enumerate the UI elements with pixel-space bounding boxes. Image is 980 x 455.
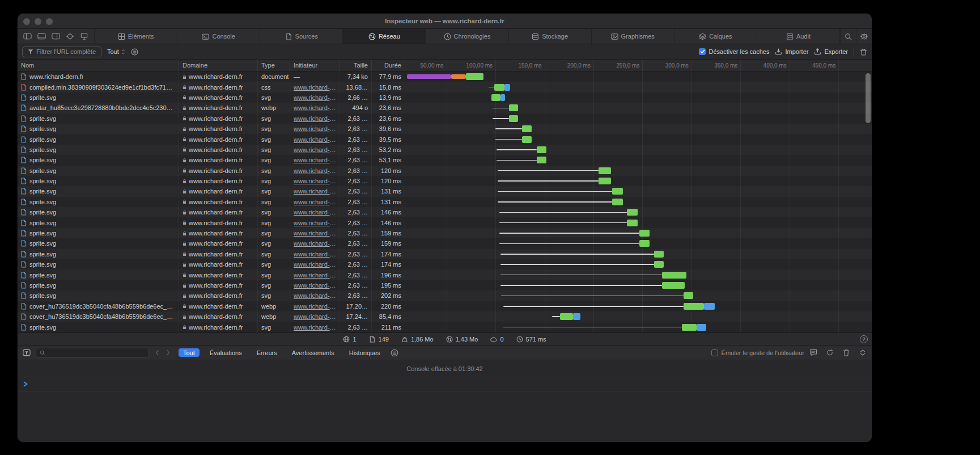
initiator-link[interactable]: www.richard-d… [294,272,336,279]
help-button[interactable]: ? [860,335,868,343]
table-row[interactable]: sprite.svgwww.richard-dern.frsvgwww.rich… [18,113,872,124]
initiator-link[interactable]: www.richard-d… [294,313,336,320]
initiator-link[interactable]: www.richard-d… [294,146,336,153]
table-row[interactable]: sprite.svgwww.richard-dern.frsvgwww.rich… [18,228,872,238]
export-button[interactable]: Exporter [814,48,848,55]
table-row[interactable]: sprite.svgwww.richard-dern.frsvgwww.rich… [18,217,872,228]
table-row[interactable]: sprite.svgwww.richard-dern.frsvgwww.rich… [18,134,872,144]
initiator-link[interactable]: www.richard-d… [294,230,336,237]
table-row[interactable]: sprite.svgwww.richard-dern.frsvgwww.rich… [18,238,872,248]
console-scope-tout[interactable]: Tout [179,348,200,357]
element-picker-button[interactable] [66,32,74,40]
search-button[interactable] [840,29,856,44]
console-message-filter-button[interactable] [391,349,398,357]
column-header-domaine[interactable]: Domaine [179,60,258,71]
table-row[interactable]: sprite.svgwww.richard-dern.frsvgwww.rich… [18,155,872,165]
column-header-taille[interactable]: Taille [340,60,372,71]
column-header-duree[interactable]: Durée [372,60,405,71]
tab-elements[interactable]: Éléments [95,29,177,44]
console-scope-évaluations[interactable]: Évaluations [205,348,247,357]
settings-button[interactable] [856,29,872,44]
initiator-link[interactable]: www.richard-d… [294,251,336,258]
previous-result-button[interactable] [155,349,159,356]
minimize-button[interactable] [35,18,41,25]
table-row[interactable]: sprite.svgwww.richard-dern.frsvgwww.rich… [18,269,872,280]
console-prompt[interactable] [18,377,872,391]
console-search-input[interactable] [48,349,145,356]
disable-caches-checkbox[interactable]: Désactiver les caches [699,48,769,55]
initiator-link[interactable]: www.richard-d… [294,220,336,226]
table-row[interactable]: sprite.svgwww.richard-dern.frsvgwww.rich… [18,322,872,332]
tab-console[interactable]: Console [177,29,260,44]
table-row[interactable]: sprite.svgwww.richard-dern.frsvgwww.rich… [18,145,872,155]
table-row[interactable]: cover_hu736519dc3b5040cfa48b6b559b6de6ec… [18,301,872,311]
table-row[interactable]: sprite.svgwww.richard-dern.frsvgwww.rich… [18,290,872,301]
column-header-initiateur[interactable]: Initiateur [290,60,340,71]
tab-sources[interactable]: Sources [260,29,343,44]
tab-audit[interactable]: Audit [757,29,840,44]
column-header-type[interactable]: Type [258,60,290,71]
reload-button[interactable] [826,349,834,356]
network-filter-button[interactable] [131,48,138,56]
table-row[interactable]: sprite.svgwww.richard-dern.frsvgwww.rich… [18,176,872,186]
console-messages-button[interactable] [809,349,817,356]
table-row[interactable]: sprite.svgwww.richard-dern.frsvgwww.rich… [18,166,872,176]
initiator-link[interactable]: www.richard-d… [294,240,336,247]
tab-timelines[interactable]: Chronologies [426,29,508,44]
initiator-link[interactable]: www.richard-d… [294,209,336,216]
next-result-button[interactable] [166,349,170,356]
device-settings-button[interactable] [80,32,88,40]
tab-storage[interactable]: Stockage [509,29,592,44]
resize-console-button[interactable] [859,349,867,356]
table-row[interactable]: cover_hu736519dc3b5040cfa48b6b559b6de6ec… [18,311,872,322]
table-row[interactable]: sprite.svgwww.richard-dern.frsvgwww.rich… [18,124,872,134]
table-row[interactable]: avatar_hu85ecc3e298728880b0bde2dcc4e5c23… [18,103,872,113]
console-scope-historiques[interactable]: Historiques [345,348,385,357]
initiator-link[interactable]: www.richard-d… [294,199,336,205]
table-row[interactable]: www.richard-dern.frwww.richard-dern.frdo… [18,71,872,82]
table-row[interactable]: sprite.svgwww.richard-dern.frsvgwww.rich… [18,259,872,269]
initiator-link[interactable]: www.richard-d… [294,178,336,184]
console-search-field[interactable] [36,348,149,358]
console-scope-avertissements[interactable]: Avertissements [287,348,339,357]
dock-bottom-button[interactable] [37,32,46,40]
emulate-user-gesture-checkbox[interactable]: Émuler le geste de l'utilisateur [711,349,804,356]
console-filter-button[interactable] [23,349,31,356]
tab-layers[interactable]: Calques [674,29,757,44]
clear-network-button[interactable] [860,48,867,56]
table-row[interactable]: sprite.svgwww.richard-dern.frsvgwww.rich… [18,92,872,103]
table-row[interactable]: sprite.svgwww.richard-dern.frsvgwww.rich… [18,207,872,217]
initiator-link[interactable]: www.richard-d… [294,282,336,289]
zoom-button[interactable] [46,18,53,25]
tab-graphics[interactable]: Graphismes [592,29,674,44]
initiator-link[interactable]: www.richard-d… [294,125,336,132]
clear-console-button[interactable] [842,349,850,356]
import-button[interactable]: Importer [775,48,808,55]
table-row[interactable]: compiled.min.38390909f303624ed9e1cf1bd3f… [18,82,872,92]
initiator-link[interactable]: www.richard-d… [294,261,336,268]
vertical-scrollbar[interactable] [866,73,871,123]
initiator-link[interactable]: www.richard-d… [294,104,336,111]
initiator-link[interactable]: www.richard-d… [294,303,336,310]
initiator-link[interactable]: www.richard-d… [294,84,336,91]
initiator-link[interactable]: www.richard-d… [294,115,336,122]
column-header-nom[interactable]: Nom [18,60,179,71]
initiator-link[interactable]: www.richard-d… [294,188,336,195]
table-row[interactable]: sprite.svgwww.richard-dern.frsvgwww.rich… [18,197,872,207]
tab-network[interactable]: Réseau [343,29,426,44]
table-row[interactable]: sprite.svgwww.richard-dern.frsvgwww.rich… [18,249,872,259]
initiator-link[interactable]: www.richard-d… [294,157,336,163]
resource-type-dropdown[interactable]: Tout [107,48,125,55]
table-row[interactable]: sprite.svgwww.richard-dern.frsvgwww.rich… [18,186,872,196]
dock-right-button[interactable] [52,32,60,40]
initiator-link[interactable]: www.richard-d… [294,292,336,299]
initiator-link[interactable]: www.richard-d… [294,324,336,331]
dock-left-button[interactable] [23,32,32,40]
initiator-link[interactable]: www.richard-d… [294,94,336,101]
close-button[interactable] [23,18,30,25]
console-scope-erreurs[interactable]: Erreurs [252,348,282,357]
url-filter-field[interactable]: Filtrer l'URL complète [22,47,101,57]
initiator-link[interactable]: www.richard-d… [294,136,336,143]
table-row[interactable]: sprite.svgwww.richard-dern.frsvgwww.rich… [18,280,872,290]
initiator-link[interactable]: www.richard-d… [294,167,336,174]
